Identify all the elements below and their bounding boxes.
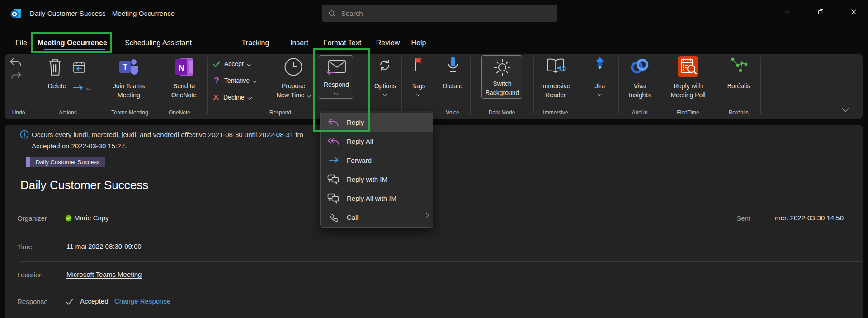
divider <box>20 289 862 289</box>
immersive-reader-icon <box>545 58 566 76</box>
viva-label-1: Viva <box>634 82 646 90</box>
chevron-down-icon <box>334 91 339 96</box>
tab-format-text[interactable]: Format Text <box>323 39 361 47</box>
menu-item-reply[interactable]: Reply <box>321 113 433 132</box>
menu-item-forward[interactable]: Forward <box>321 151 433 170</box>
group-label-actions: Actions <box>59 109 76 116</box>
tags-label: Tags <box>412 82 425 90</box>
jira-icon <box>595 56 605 70</box>
time-label: Time <box>17 243 32 251</box>
search-bar[interactable] <box>322 5 557 22</box>
change-response-link[interactable]: Change Response <box>114 297 170 305</box>
tentative-button[interactable]: ? Tentative <box>212 76 256 85</box>
tab-meeting-occurrence[interactable]: Meeting Occurrence <box>38 39 107 47</box>
send-onenote-label-2: OneNote <box>171 91 197 99</box>
viva-insights-icon <box>630 58 650 75</box>
group-label-borealis: Boréalis <box>729 109 748 116</box>
switch-bg-label-1: Switch <box>493 80 511 87</box>
dictate-button[interactable] <box>447 56 459 99</box>
im-chat-icon <box>327 174 340 185</box>
ribbon-divider <box>104 57 104 114</box>
meeting-details-panel: Occurs every lundi, mercredi, jeudi, and… <box>5 125 863 318</box>
delete-button[interactable] <box>48 58 62 79</box>
group-label-onenote: OneNote <box>169 109 190 116</box>
location-link[interactable]: Microsoft Teams Meeting <box>66 271 142 278</box>
organizer-name[interactable]: Marie Capy <box>74 214 109 222</box>
onenote-icon: N <box>175 57 193 77</box>
borealis-label: Boréalis <box>727 82 750 90</box>
microphone-icon <box>447 56 459 75</box>
group-label-findtime: FindTime <box>677 109 699 116</box>
category-badge[interactable]: Daily Customer Success <box>26 157 105 167</box>
menu-item-reply-all[interactable]: Reply All <box>321 132 433 151</box>
title-bar: Daily Customer Success - Meeting Occurre… <box>0 0 868 26</box>
decline-button[interactable]: Decline <box>212 92 251 102</box>
ribbon-divider <box>533 57 534 114</box>
outlook-window: Daily Customer Success - Meeting Occurre… <box>0 0 868 318</box>
join-teams-label-2: Meeting <box>118 91 140 99</box>
ribbon-divider <box>618 57 619 114</box>
window-title: Daily Customer Success - Meeting Occurre… <box>30 9 175 17</box>
respond-label: Respond <box>324 81 349 88</box>
menu-item-reply-with-im[interactable]: Reply with IM <box>321 170 433 189</box>
switch-background-button[interactable]: Switch Background <box>481 55 522 99</box>
group-label-respond: Respond <box>269 109 291 116</box>
tab-tracking[interactable]: Tracking <box>242 39 269 47</box>
phone-icon <box>327 213 340 222</box>
ribbon: Delete T Join Teams Meeting <box>5 54 863 119</box>
minimize-button[interactable] <box>777 0 798 24</box>
divider <box>20 207 862 207</box>
redo-button[interactable] <box>11 71 22 81</box>
menu-item-call[interactable]: Call <box>321 208 433 227</box>
submenu-divider <box>416 211 416 223</box>
restore-button[interactable] <box>810 0 831 24</box>
search-input[interactable] <box>340 9 551 18</box>
tab-insert[interactable]: Insert <box>290 39 308 47</box>
menu-item-reply-all-with-im[interactable]: Reply All with IM <box>321 189 433 208</box>
undo-button[interactable] <box>9 58 22 69</box>
reply-all-icon <box>327 137 340 146</box>
location-label: Location <box>17 271 43 279</box>
chevron-down-icon <box>253 78 257 83</box>
decline-x-icon <box>212 94 220 101</box>
ribbon-divider <box>401 57 402 114</box>
im-chat-icon <box>327 193 340 204</box>
tab-help[interactable]: Help <box>411 39 426 47</box>
borealis-button[interactable] <box>729 57 749 99</box>
sun-icon <box>493 58 511 76</box>
accept-label: Accept <box>224 60 244 67</box>
recurrence-info: Occurs every lundi, mercredi, jeudi, and… <box>32 131 303 138</box>
propose-label-2: New Time <box>276 91 310 99</box>
category-accent-bar <box>26 157 30 167</box>
borealis-icon <box>729 57 749 74</box>
chevron-down-icon <box>247 95 252 100</box>
group-label-immersive: Immersive <box>543 109 568 116</box>
divider <box>20 261 862 262</box>
clock-icon <box>283 57 303 77</box>
join-teams-label-1: Join Teams <box>113 82 145 90</box>
decline-label: Decline <box>223 94 245 101</box>
respond-dropdown-menu: Reply Reply All Forward Reply <box>320 111 433 228</box>
collapse-ribbon-button[interactable] <box>840 104 851 113</box>
accept-button[interactable]: Accept <box>212 59 250 69</box>
move-button[interactable] <box>72 84 90 91</box>
propose-label-1: Propose <box>282 82 305 90</box>
options-label: Options <box>374 82 396 90</box>
reply-icon <box>327 118 340 127</box>
presence-accepted-icon <box>65 215 72 222</box>
ribbon-divider <box>581 57 581 114</box>
ribbon-divider <box>760 57 761 114</box>
meeting-poll-icon <box>678 56 698 77</box>
dictate-label: Dictate <box>443 82 462 90</box>
immersive-label-2: Reader <box>545 91 566 99</box>
remove-from-calendar-button[interactable] <box>72 61 86 76</box>
tab-review[interactable]: Review <box>376 39 400 47</box>
ribbon-divider <box>660 57 660 114</box>
chevron-down-icon <box>842 105 849 112</box>
response-check-icon <box>65 298 74 305</box>
outlook-logo-icon <box>10 7 22 19</box>
respond-button[interactable]: Respond <box>319 55 353 99</box>
tab-file[interactable]: File <box>15 39 27 47</box>
tab-scheduling-assistant[interactable]: Scheduling Assistant <box>125 39 192 47</box>
close-button[interactable] <box>843 0 864 24</box>
